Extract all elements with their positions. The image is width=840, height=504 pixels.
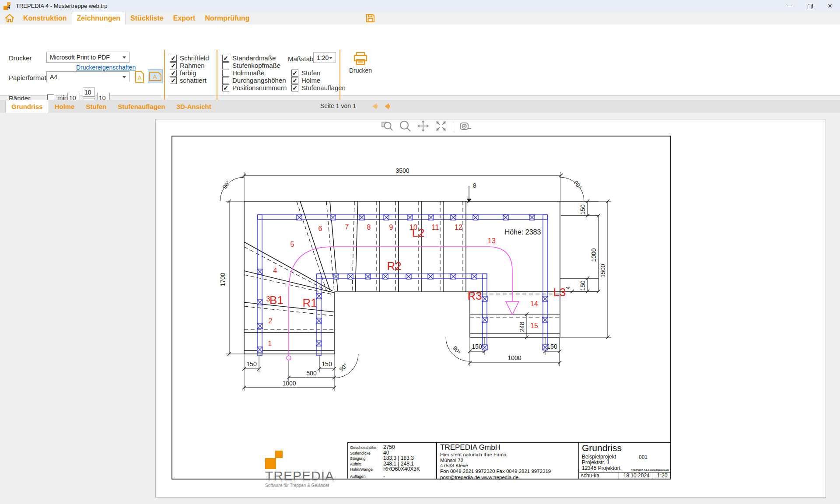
step-numbers: 1 2 3 4 5 6 7 8 9 10 11 12 13 14 15 xyxy=(266,223,538,347)
dim-label: 1000 xyxy=(282,380,296,387)
restore-icon xyxy=(808,4,812,8)
printer-select[interactable]: Microsoft Print to PDF xyxy=(46,52,130,63)
sheet-date: 18.10.2024 xyxy=(619,472,652,479)
dim-label: 1000 xyxy=(508,354,521,361)
doctab-grundriss[interactable]: Grundriss xyxy=(5,100,49,113)
home-icon[interactable] xyxy=(0,12,18,24)
rahmen-checkbox[interactable]: ✓ xyxy=(170,62,177,69)
company-line: Mühsol 72 xyxy=(440,458,578,463)
angle-label: 90° xyxy=(573,179,583,190)
positionsnummern-checkbox[interactable]: ✓ xyxy=(222,84,229,91)
schriftfeld-label: Schriftfeld xyxy=(180,54,209,62)
sheet-scale: 1:20 xyxy=(652,472,670,479)
angle-label: 90° xyxy=(338,362,349,373)
trepedia-logo: TREPEDIA Software für Treppen & Geländer xyxy=(265,445,347,476)
stufenkopfmasse-checkbox[interactable] xyxy=(222,62,229,69)
holmmasse-checkbox[interactable] xyxy=(222,70,229,77)
param-label: Auftritt xyxy=(350,462,383,466)
height-annotation: Höhe: 2383 xyxy=(505,228,541,236)
param-label: Stufendicke xyxy=(350,451,383,455)
orientation-portrait-button[interactable]: A xyxy=(134,70,145,83)
standardmasse-checkbox[interactable]: ✓ xyxy=(222,55,229,62)
printer-properties-link[interactable]: Druckereigenschaften xyxy=(76,64,136,71)
stufenauflagen-label: Stufenauflagen xyxy=(301,84,346,91)
tab-export[interactable]: Export xyxy=(168,12,200,24)
dim-label: 150 xyxy=(547,343,557,350)
doctab-stufenauflagen[interactable]: Stufenauflagen xyxy=(112,100,171,113)
company-name: TREPEDIA GmbH xyxy=(440,443,578,452)
doctab-stufen[interactable]: Stufen xyxy=(80,100,112,113)
dim-label: 150 xyxy=(579,204,586,215)
sheet-number: 001 xyxy=(639,454,648,460)
param-label: Auflagen xyxy=(350,474,383,479)
stufen-checkbox[interactable]: ✓ xyxy=(291,70,298,77)
print-button-label: Drucken xyxy=(349,67,372,74)
sheet-version: TREPEDIA 4.3.0 www.trepedia.de xyxy=(631,469,669,471)
dim-label: 3500 xyxy=(396,167,409,174)
angle-label: 90° xyxy=(452,345,462,356)
titleblock-parameters: Geschosshöhe2750 Stufendicke40 Steigung1… xyxy=(347,442,437,479)
paper-page: 3500 1700 150 150 500 1000 150 150 1000 … xyxy=(155,119,826,498)
tab-zeichnungen[interactable]: Zeichnungen xyxy=(72,12,126,24)
window-title: TREPEDIA 4 - Mustertreppe web.trp xyxy=(16,3,108,9)
tab-stueckliste[interactable]: Stückliste xyxy=(126,12,168,24)
step-number: 7 xyxy=(345,223,349,231)
logo-tagline: Software für Treppen & Geländer xyxy=(265,483,347,488)
dim-label: 248 xyxy=(518,322,525,332)
step-number: 13 xyxy=(488,237,496,245)
param-label: Geschosshöhe xyxy=(350,445,383,450)
farbig-checkbox[interactable]: ✓ xyxy=(170,70,177,77)
dim-label: 150 xyxy=(322,360,332,368)
label-l3: L3 xyxy=(553,286,566,299)
angle-arcs xyxy=(220,177,584,378)
stufenauflagen-checkbox[interactable]: ✓ xyxy=(291,84,298,91)
tab-konstruktion[interactable]: Konstruktion xyxy=(18,12,72,24)
step-number: 1 xyxy=(268,340,272,347)
schattiert-label: schattiert xyxy=(180,77,206,84)
param-label: Holm/Wange xyxy=(350,467,383,472)
margin-top-field[interactable] xyxy=(83,88,95,97)
minimize-button[interactable] xyxy=(780,0,800,12)
schriftfeld-checkbox[interactable]: ✓ xyxy=(170,55,177,62)
holme-checkbox[interactable]: ✓ xyxy=(291,77,298,84)
walk-start-number: 8 xyxy=(473,182,476,189)
next-page-arrow[interactable] xyxy=(380,102,390,112)
sheet-street: Projektstr. 1 xyxy=(582,459,609,466)
page-indicator: Seite 1 von 1 xyxy=(320,102,356,109)
paper-select[interactable]: A4 xyxy=(46,71,130,82)
doctab-3d-ansicht[interactable]: 3D-Ansicht xyxy=(171,100,217,113)
dim-label: 4 xyxy=(565,286,571,289)
sheet-title: Grundriss xyxy=(582,443,622,453)
durchgangshoehen-checkbox[interactable] xyxy=(222,77,229,84)
angle-label: 90° xyxy=(221,179,232,190)
label-l2: L2 xyxy=(412,226,425,239)
label-b1: B1 xyxy=(270,294,284,307)
orientation-landscape-button[interactable]: A xyxy=(148,69,163,83)
step-support-markers xyxy=(257,215,548,352)
param-value: - xyxy=(383,473,385,479)
element-labels: B1 R1 R2 L2 R3 L3 xyxy=(270,226,566,309)
label-r2: R2 xyxy=(387,259,401,273)
schattiert-checkbox[interactable]: ✓ xyxy=(170,77,177,84)
restore-button[interactable] xyxy=(800,0,820,12)
step-number: 6 xyxy=(318,225,322,232)
close-button[interactable]: × xyxy=(820,0,840,12)
previous-page-arrow[interactable] xyxy=(368,102,378,112)
drawing-canvas[interactable]: 3500 1700 150 150 500 1000 150 150 1000 … xyxy=(0,113,840,504)
ribbon: Drucker Microsoft Print to PDF Druckerei… xyxy=(0,24,840,96)
tab-normpruefung[interactable]: Normprüfung xyxy=(200,12,254,24)
company-line: post@trepedia.de www.trepedia.de xyxy=(440,475,578,480)
printer-icon xyxy=(353,52,368,66)
landscape-a-glyph: A xyxy=(153,74,157,80)
paper-select-value: A4 xyxy=(50,74,57,80)
dim-label: 1000 xyxy=(590,248,597,262)
minimize-icon xyxy=(787,6,792,6)
step-number: 11 xyxy=(432,224,439,231)
titlebar: 4 TREPEDIA 4 - Mustertreppe web.trp × xyxy=(0,0,840,12)
scale-select[interactable]: 1:20 xyxy=(313,52,336,63)
company-line: Hier steht natürlich Ihre Firma xyxy=(440,452,578,458)
doctab-holme[interactable]: Holme xyxy=(49,100,80,113)
print-button[interactable]: Drucken xyxy=(344,52,377,80)
dim-label: 150 xyxy=(246,360,257,368)
save-icon[interactable] xyxy=(366,14,375,24)
